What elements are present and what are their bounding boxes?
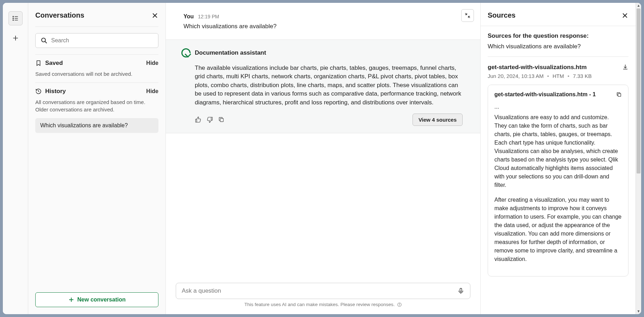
source-file-type: HTM	[553, 73, 564, 79]
assistant-message: Documentation assistant The available vi…	[166, 39, 480, 133]
saved-header: Saved Hide	[35, 60, 158, 67]
history-title: History	[35, 88, 66, 95]
scroll-thumb[interactable]	[637, 8, 640, 173]
app-frame: Conversations Saved Hide Saved conversat…	[3, 3, 641, 314]
sources-subhead: Sources for the question response:	[488, 32, 628, 39]
bookmark-icon	[35, 60, 42, 66]
history-section: History Hide All conversations are organ…	[35, 83, 158, 138]
copy-icon	[616, 92, 622, 97]
search-icon	[41, 37, 48, 44]
user-message-meta: You 12:19 PM	[183, 13, 463, 20]
conversations-rail-button[interactable]	[8, 11, 23, 25]
user-author: You	[183, 13, 194, 20]
assistant-avatar-icon	[181, 48, 191, 57]
disclaimer-text: This feature uses AI and can make mistak…	[244, 302, 395, 307]
view-sources-button[interactable]: View 4 sources	[413, 114, 463, 126]
sources-panel: Sources Sources for the question respons…	[480, 3, 636, 314]
collapse-button[interactable]	[461, 9, 474, 22]
scroll-down-button[interactable]: ▼	[636, 309, 641, 313]
source-paragraph: Visualizations are easy to add and custo…	[494, 113, 622, 189]
meta-separator: •	[567, 73, 569, 79]
sidebar-footer: New conversation	[35, 292, 158, 307]
source-paragraph: After creating a visualization, you may …	[494, 196, 622, 263]
close-sources-button[interactable]	[621, 12, 628, 19]
copy-icon	[218, 116, 224, 123]
svg-rect-17	[460, 288, 462, 292]
close-icon	[621, 12, 628, 19]
history-hide-button[interactable]: Hide	[146, 88, 158, 95]
history-icon	[35, 88, 42, 95]
search-box[interactable]	[35, 33, 158, 48]
sources-title: Sources	[488, 11, 516, 19]
new-conversation-label: New conversation	[77, 297, 126, 303]
history-header: History Hide	[35, 88, 158, 95]
list-icon	[12, 15, 19, 22]
info-icon	[397, 302, 402, 307]
source-file-date: Jun 20, 2024, 10:13 AM	[488, 73, 543, 79]
source-file-row: get-started-with-visualizations.htm	[488, 64, 628, 71]
plus-icon	[12, 35, 19, 42]
thumbs-down-icon	[206, 116, 213, 123]
source-file-size: 7.33 KB	[573, 73, 591, 79]
composer-input[interactable]	[182, 287, 453, 294]
source-file-meta: Jun 20, 2024, 10:13 AM • HTM • 7.33 KB	[488, 73, 628, 79]
assistant-actions: View 4 sources	[181, 114, 463, 126]
meta-separator: •	[547, 73, 549, 79]
download-source-button[interactable]	[622, 64, 628, 70]
source-filename: get-started-with-visualizations.htm	[488, 64, 587, 71]
scrollbar[interactable]: ▲ ▼	[636, 3, 641, 314]
search-input[interactable]	[51, 37, 153, 44]
close-icon	[151, 12, 158, 19]
svg-point-4	[13, 20, 13, 20]
copy-button[interactable]	[218, 116, 224, 123]
saved-title: Saved	[35, 60, 63, 67]
saved-description: Saved conversations will not be archived…	[35, 70, 158, 78]
svg-point-10	[42, 38, 46, 42]
scroll-track[interactable]	[637, 8, 640, 309]
history-label: History	[45, 88, 66, 95]
svg-rect-16	[220, 118, 223, 122]
assistant-header: Documentation assistant	[181, 48, 463, 57]
scroll-up-button[interactable]: ▲	[636, 4, 641, 8]
left-rail	[3, 3, 28, 314]
history-description: All conversations are organized based on…	[35, 98, 158, 113]
source-card-header: get-started-with-visualizations.htm - 1	[494, 91, 622, 98]
composer[interactable]	[176, 283, 470, 299]
svg-point-2	[13, 18, 13, 19]
conversations-sidebar: Conversations Saved Hide Saved conversat…	[28, 3, 166, 314]
svg-point-21	[399, 303, 399, 304]
close-sidebar-button[interactable]	[151, 12, 158, 19]
sidebar-title: Conversations	[35, 11, 84, 19]
saved-section: Saved Hide Saved conversations will not …	[35, 54, 158, 83]
collapse-icon	[464, 12, 471, 19]
saved-label: Saved	[45, 60, 63, 67]
chat-scroll[interactable]: You 12:19 PM Which visualizations are av…	[166, 3, 480, 283]
user-time: 12:19 PM	[198, 14, 219, 19]
sidebar-header: Conversations	[35, 11, 158, 27]
svg-rect-24	[618, 93, 621, 96]
sources-question: Which visualizations are available?	[488, 43, 628, 57]
thumbs-up-button[interactable]	[195, 116, 201, 123]
feedback-icons	[195, 116, 224, 123]
sources-header: Sources	[481, 11, 636, 26]
source-card: get-started-with-visualizations.htm - 1 …	[488, 85, 628, 276]
mic-button[interactable]	[457, 287, 464, 294]
download-icon	[622, 64, 628, 70]
new-chat-rail-button[interactable]	[8, 31, 23, 45]
new-conversation-button[interactable]: New conversation	[35, 292, 158, 307]
user-message: You 12:19 PM Which visualizations are av…	[166, 3, 480, 39]
source-card-title: get-started-with-visualizations.htm - 1	[494, 91, 596, 98]
assistant-body: The available visualizations include bar…	[181, 64, 463, 107]
open-source-button[interactable]	[616, 92, 622, 97]
history-item[interactable]: Which visualizations are available?	[35, 118, 158, 133]
thumbs-down-button[interactable]	[206, 116, 213, 123]
chat-main: You 12:19 PM Which visualizations are av…	[166, 3, 480, 314]
disclaimer: This feature uses AI and can make mistak…	[176, 302, 470, 307]
assistant-name: Documentation assistant	[195, 49, 266, 56]
composer-wrap: This feature uses AI and can make mistak…	[166, 283, 480, 314]
microphone-icon	[457, 287, 464, 294]
saved-hide-button[interactable]: Hide	[146, 60, 158, 66]
sources-body[interactable]: Sources for the question response: Which…	[481, 26, 636, 314]
source-card-body: ... Visualizations are easy to add and c…	[494, 103, 622, 263]
user-text: Which visualizations are available?	[183, 22, 463, 31]
